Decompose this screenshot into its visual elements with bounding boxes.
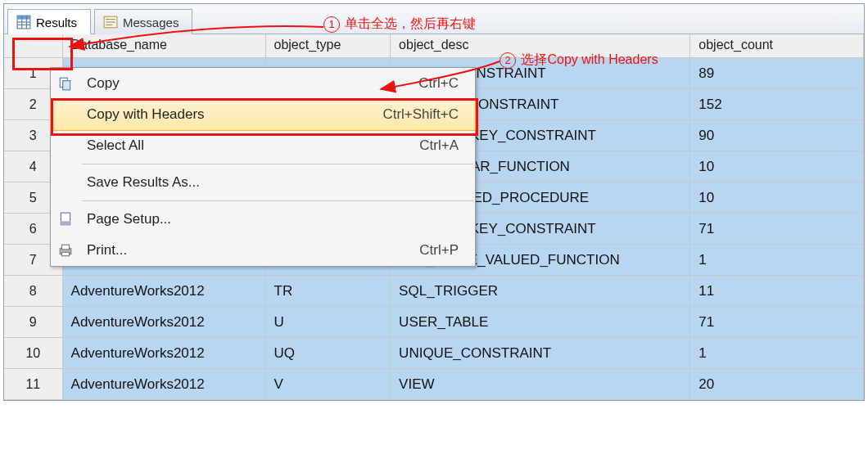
grid-icon	[16, 15, 31, 29]
svg-rect-11	[63, 81, 70, 90]
menu-page-setup-label: Page Setup...	[80, 211, 468, 227]
results-pane: Results Messages Database_name object_ty…	[3, 3, 865, 401]
table-row[interactable]: 10AdventureWorks2012UQUNIQUE_CONSTRAINT1	[4, 338, 864, 369]
cell-object-count[interactable]: 10	[690, 182, 864, 214]
menu-copy[interactable]: Copy Ctrl+C	[51, 68, 475, 99]
cell-object-count[interactable]: 152	[690, 89, 864, 120]
cell-object-desc[interactable]: UNIQUE_CONSTRAINT	[391, 338, 690, 369]
menu-separator	[82, 164, 473, 164]
cell-object-count[interactable]: 1	[690, 245, 864, 276]
cell-object-count[interactable]: 10	[690, 151, 864, 182]
annotation-1-text: 单击全选，然后再右键	[345, 16, 476, 30]
col-object-type[interactable]: object_type	[266, 34, 391, 57]
table-row[interactable]: 9AdventureWorks2012UUSER_TABLE71	[4, 307, 864, 338]
annotation-box-2	[51, 98, 478, 136]
header-row: Database_name object_type object_desc ob…	[4, 34, 864, 58]
cell-object-desc[interactable]: USER_TABLE	[391, 307, 690, 338]
context-menu: Copy Ctrl+C Copy with Headers Ctrl+Shift…	[50, 67, 476, 267]
svg-rect-1	[17, 16, 30, 20]
cell-database-name[interactable]: AdventureWorks2012	[63, 338, 266, 369]
table-row[interactable]: 8AdventureWorks2012TRSQL_TRIGGER11	[4, 276, 864, 307]
page-setup-icon	[51, 212, 80, 227]
cell-object-desc[interactable]: SQL_TRIGGER	[391, 276, 690, 307]
tab-results[interactable]: Results	[7, 9, 91, 34]
cell-object-count[interactable]: 71	[690, 307, 864, 338]
annotation-2-text: 选择Copy with Headers	[521, 52, 658, 66]
col-database-name[interactable]: Database_name	[63, 34, 266, 57]
tab-messages-label: Messages	[123, 16, 179, 29]
tab-messages[interactable]: Messages	[94, 9, 192, 34]
menu-print[interactable]: Print... Ctrl+P	[51, 235, 475, 266]
annotation-2: 2 选择Copy with Headers	[500, 52, 658, 69]
copy-icon	[51, 76, 80, 91]
messages-icon	[103, 15, 118, 29]
cell-database-name[interactable]: AdventureWorks2012	[63, 276, 266, 307]
tab-results-label: Results	[36, 16, 77, 29]
row-number[interactable]: 9	[4, 307, 63, 338]
row-number[interactable]: 8	[4, 276, 63, 307]
menu-copy-shortcut: Ctrl+C	[418, 75, 468, 92]
menu-print-label: Print...	[80, 242, 419, 259]
cell-object-count[interactable]: 1	[690, 338, 864, 369]
cell-object-desc[interactable]: VIEW	[391, 369, 690, 400]
cell-object-count[interactable]: 11	[690, 276, 864, 307]
annotation-box-1	[12, 38, 73, 70]
menu-save-as-label: Save Results As...	[80, 174, 468, 191]
col-object-count[interactable]: object_count	[690, 34, 864, 57]
annotation-1-number: 1	[323, 16, 340, 33]
cell-object-count[interactable]: 90	[690, 120, 864, 151]
menu-copy-label: Copy	[80, 75, 418, 92]
cell-object-type[interactable]: V	[266, 369, 391, 400]
menu-save-results-as[interactable]: Save Results As...	[51, 167, 475, 198]
cell-object-type[interactable]: TR	[266, 276, 391, 307]
print-icon	[51, 243, 80, 258]
row-number[interactable]: 10	[4, 338, 63, 369]
annotation-2-number: 2	[500, 52, 516, 69]
menu-separator	[82, 200, 473, 201]
cell-object-count[interactable]: 20	[690, 369, 864, 400]
row-number[interactable]: 11	[4, 369, 63, 400]
cell-database-name[interactable]: AdventureWorks2012	[63, 307, 266, 338]
menu-select-all-label: Select All	[80, 137, 419, 154]
cell-database-name[interactable]: AdventureWorks2012	[63, 369, 266, 400]
svg-rect-15	[62, 245, 70, 250]
table-row[interactable]: 11AdventureWorks2012VVIEW20	[4, 369, 864, 400]
svg-rect-13	[61, 221, 70, 225]
cell-object-count[interactable]: 89	[690, 58, 864, 89]
svg-rect-16	[62, 252, 70, 256]
annotation-1: 1 单击全选，然后再右键	[323, 16, 476, 33]
menu-print-shortcut: Ctrl+P	[419, 242, 468, 259]
cell-object-type[interactable]: UQ	[266, 338, 391, 369]
cell-object-count[interactable]: 71	[690, 214, 864, 245]
menu-page-setup[interactable]: Page Setup...	[51, 204, 475, 235]
cell-object-type[interactable]: U	[266, 307, 391, 338]
menu-select-all-shortcut: Ctrl+A	[419, 137, 468, 154]
